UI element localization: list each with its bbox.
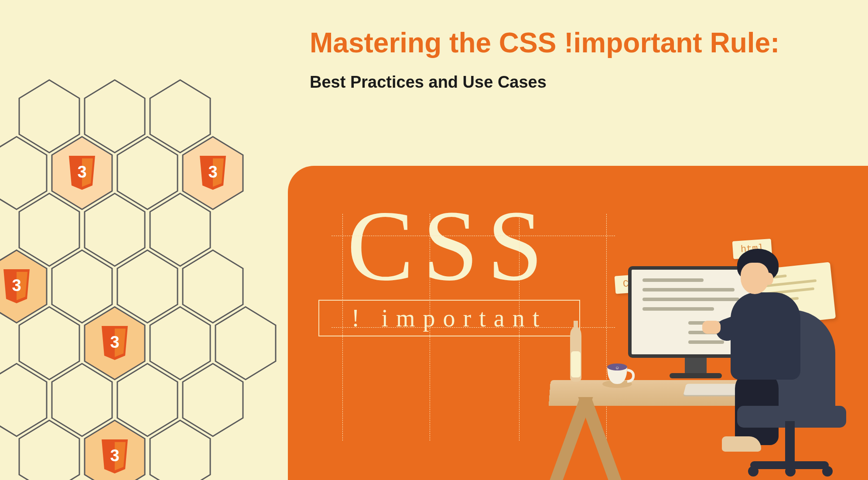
subtitle: Best Practices and Use Cases	[310, 73, 789, 92]
svg-text:☺: ☺	[615, 365, 619, 370]
css3-hex-icon: 3	[82, 419, 147, 480]
svg-text:3: 3	[110, 446, 119, 465]
bottle-icon	[567, 321, 584, 382]
svg-text:3: 3	[110, 333, 119, 351]
css3-hex-icon: 3	[0, 249, 49, 324]
hero-panel: CSS ! important Css html ☺	[288, 166, 868, 480]
hexagon-grid: 3 3 3 3 3	[0, 79, 314, 480]
main-title: Mastering the CSS !important Rule:	[310, 26, 789, 60]
css3-hex-icon: 3	[180, 135, 246, 211]
desk-leg	[578, 397, 621, 480]
svg-text:3: 3	[12, 276, 21, 295]
svg-rect-39	[571, 351, 581, 377]
css3-hex-icon: 3	[49, 135, 115, 211]
developer-illustration: Css html ☺	[541, 201, 855, 480]
css3-hex-icon: 3	[82, 305, 147, 381]
svg-marker-18	[19, 420, 79, 480]
css3-digit: 3	[77, 163, 86, 181]
svg-marker-19	[150, 420, 210, 480]
svg-text:3: 3	[208, 163, 217, 181]
person	[707, 236, 855, 480]
